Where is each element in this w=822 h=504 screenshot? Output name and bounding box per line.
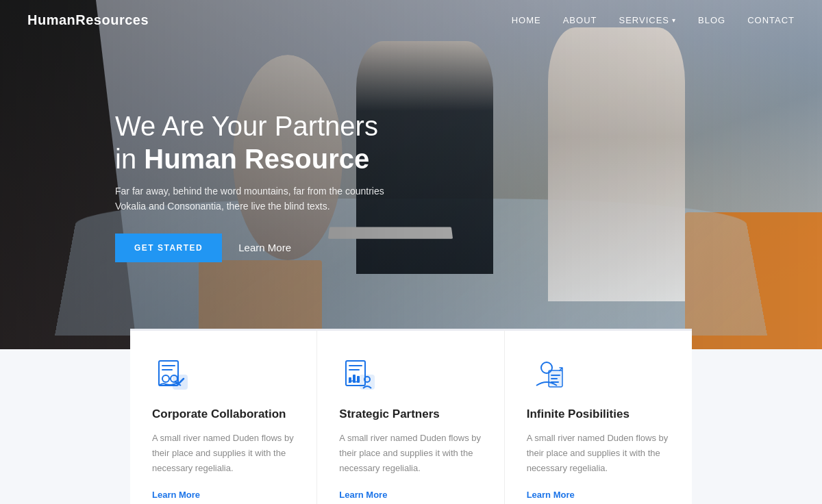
- learn-more-hero-link[interactable]: Learn More: [238, 242, 291, 253]
- card-desc-2: A small river named Duden flows by their…: [339, 431, 482, 476]
- cards-section: Corporate Collaboration A small river na…: [0, 349, 822, 504]
- hero-cta-group: GET STARTED Learn More: [115, 234, 403, 262]
- card-strategic-partners: Strategic Partners A small river named D…: [317, 329, 504, 504]
- card-link-1[interactable]: Learn More: [152, 490, 200, 500]
- main-nav: HOME ABOUT SERVICES ▾ BLOG CONTACT: [512, 15, 795, 25]
- nav-about[interactable]: ABOUT: [563, 15, 597, 25]
- svg-rect-18: [551, 378, 558, 379]
- nav-blog[interactable]: BLOG: [698, 15, 725, 25]
- card-desc-1: A small river named Duden flows by their…: [152, 431, 295, 476]
- nav-home[interactable]: HOME: [512, 15, 541, 25]
- svg-rect-8: [349, 369, 360, 370]
- svg-rect-2: [162, 369, 173, 370]
- hero-section: HumanResources HOME ABOUT SERVICES ▾ BLO…: [0, 0, 822, 349]
- svg-rect-7: [349, 365, 362, 366]
- card-infinite-possibilities: Infinite Posibilities A small river name…: [505, 329, 692, 504]
- card-link-2[interactable]: Learn More: [339, 490, 387, 500]
- hero-description: Far far away, behind the word mountains,…: [115, 184, 403, 214]
- card-corporate-collaboration: Corporate Collaboration A small river na…: [130, 329, 317, 504]
- card-link-3[interactable]: Learn More: [527, 490, 575, 500]
- card-icon-collaboration: [152, 355, 192, 395]
- svg-rect-1: [162, 365, 175, 366]
- card-title-2: Strategic Partners: [339, 407, 482, 421]
- nav-services[interactable]: SERVICES ▾: [619, 15, 676, 25]
- hero-headline: We Are Your Partners in Human Resource: [115, 110, 403, 175]
- svg-rect-17: [551, 375, 560, 376]
- hero-headline-bold: Human Resource: [144, 144, 369, 174]
- get-started-button[interactable]: GET STARTED: [115, 234, 222, 262]
- nav-contact[interactable]: CONTACT: [747, 15, 795, 25]
- svg-rect-19: [551, 381, 559, 383]
- svg-point-3: [162, 375, 169, 382]
- site-header: HumanResources HOME ABOUT SERVICES ▾ BLO…: [0, 0, 822, 40]
- card-icon-strategic: [339, 355, 379, 395]
- card-title-3: Infinite Posibilities: [527, 407, 670, 421]
- card-desc-3: A small river named Duden flows by their…: [527, 431, 670, 476]
- site-logo: HumanResources: [27, 12, 149, 28]
- cards-grid: Corporate Collaboration A small river na…: [130, 329, 692, 504]
- services-chevron-icon: ▾: [672, 16, 676, 24]
- card-title-1: Corporate Collaboration: [152, 407, 295, 421]
- card-icon-infinite: [527, 355, 566, 395]
- hero-content: We Are Your Partners in Human Resource F…: [115, 110, 403, 262]
